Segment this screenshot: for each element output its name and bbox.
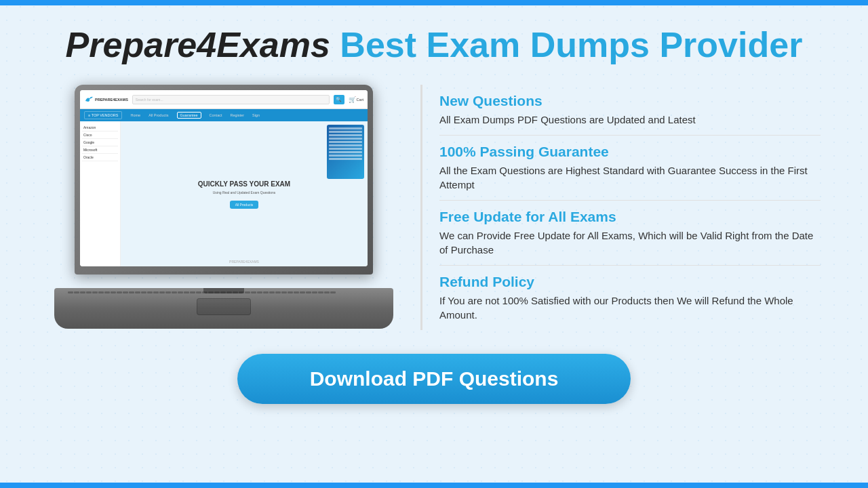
product-line-5 [329,141,362,143]
product-line-1 [329,127,362,129]
features-section: New Questions All Exam Dumps PDF Questio… [420,85,821,330]
site-main: QUICKLY PASS YOUR EXAM Using Real and Up… [121,121,368,266]
sidebar-amazon: Amazon [82,124,118,131]
feature-passing-title: 100% Passing Guarantee [439,144,821,160]
site-product-lines [327,125,364,164]
site-logo: PREPARE4EXAMS [84,96,128,104]
product-line-4 [329,138,362,140]
sidebar-cisco: Cisco [82,131,118,139]
bottom-bar [0,483,868,488]
feature-update-desc: We can Provide Free Update for All Exams… [439,228,821,257]
site-search-btn: 🔍 [334,95,344,104]
site-cart: 🛒 Cart [349,96,363,103]
feature-new-questions-desc: All Exam Dumps PDF Questions are Updated… [439,113,821,127]
sidebar-google: Google [82,139,118,146]
product-line-8 [329,151,362,153]
laptop-base [54,288,393,329]
product-line-7 [329,148,362,150]
product-line-2 [329,131,362,133]
site-nav-menu: ≡ TOP VENDORS [84,111,122,119]
site-topbar: PREPARE4EXAMS Search for exam... 🔍 🛒 Car… [80,90,368,109]
site-logo-text: PREPARE4EXAMS [95,98,128,102]
site-nav-products: All Products [149,113,168,117]
main-content: PREPARE4EXAMS Search for exam... 🔍 🛒 Car… [47,85,821,330]
feature-passing-guarantee: 100% Passing Guarantee All the Exam Ques… [439,136,821,201]
laptop-section: PREPARE4EXAMS Search for exam... 🔍 🛒 Car… [47,85,400,329]
site-body: Amazon Cisco Google Microsoft Oracle QUI… [80,121,368,266]
feature-refund-policy: Refund Policy If You are not 100% Satisf… [439,266,821,330]
brand-name: Prepare4Exams [66,25,330,64]
feature-passing-desc: All the Exam Questions are Highest Stand… [439,163,821,192]
site-nav-home: Home [130,113,140,117]
site-nav-register: Register [230,113,243,117]
top-bar [0,0,868,5]
feature-update-title: Free Update for All Exams [439,209,821,225]
product-line-9 [329,155,362,157]
site-hero-subtitle: Using Real and Updated Exam Questions [198,190,290,195]
site-search-box: Search for exam... [132,95,330,104]
download-pdf-button[interactable]: Download PDF Questions [237,354,631,404]
sidebar-microsoft: Microsoft [82,146,118,154]
main-container: Prepare4Exams Best Exam Dumps Provider [34,5,834,418]
site-sidebar: Amazon Cisco Google Microsoft Oracle [80,121,121,266]
feature-free-update: Free Update for All Exams We can Provide… [439,201,821,266]
laptop-keyboard [68,291,380,297]
site-nav-sign: Sign [252,113,260,117]
logo-bird-icon [84,96,94,104]
cart-label: Cart [357,98,363,102]
laptop-wrapper: PREPARE4EXAMS Search for exam... 🔍 🛒 Car… [54,85,393,329]
tagline: Best Exam Dumps Provider [340,25,802,64]
site-nav-contact: Contact [210,113,222,117]
site-hero-btn[interactable]: All Products [230,201,259,209]
page-title: Prepare4Exams Best Exam Dumps Provider [66,26,803,64]
site-product-box [327,125,364,179]
site-hero-text: QUICKLY PASS YOUR EXAM Using Real and Up… [198,180,290,209]
product-line-6 [329,144,362,146]
feature-refund-desc: If You are not 100% Satisfied with our P… [439,293,821,322]
search-placeholder-text: Search for exam... [136,98,163,102]
sidebar-oracle: Oracle [82,154,118,161]
download-btn-wrapper: Download PDF Questions [47,354,821,404]
site-nav-guarantee: Guarantee [177,112,201,119]
laptop-touchpad [197,298,251,315]
product-line-3 [329,134,362,136]
feature-new-questions-title: New Questions [439,93,821,109]
laptop-screen-inner: PREPARE4EXAMS Search for exam... 🔍 🛒 Car… [80,90,368,266]
feature-new-questions: New Questions All Exam Dumps PDF Questio… [439,85,821,136]
site-nav: ≡ TOP VENDORS Home All Products Guarante… [80,109,368,121]
laptop-screen-outer: PREPARE4EXAMS Search for exam... 🔍 🛒 Car… [75,85,373,274]
site-hero-title: QUICKLY PASS YOUR EXAM [198,180,290,188]
site-footer-logo: PREPARE4EXAMS [229,260,259,264]
feature-refund-title: Refund Policy [439,274,821,290]
product-line-10 [329,158,362,160]
header: Prepare4Exams Best Exam Dumps Provider [66,26,803,64]
